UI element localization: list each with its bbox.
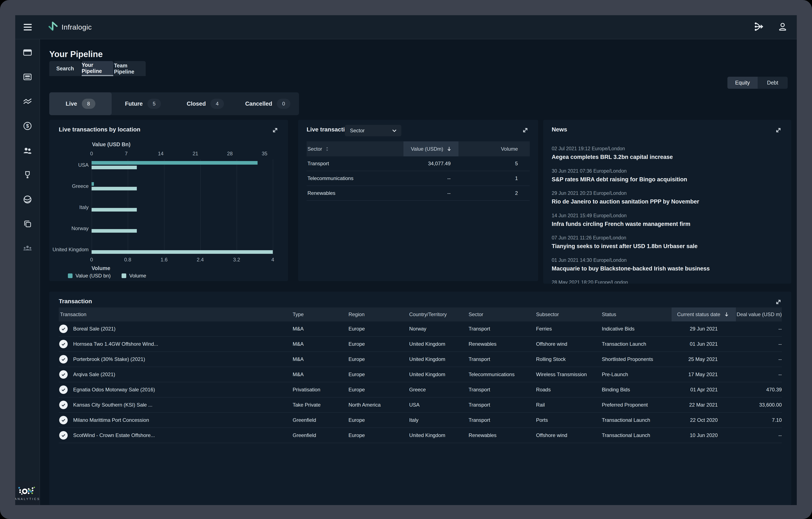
tab-team-pipeline[interactable]: Team Pipeline [114, 61, 146, 76]
volume-bar [92, 229, 137, 233]
cell-transaction[interactable]: Hornsea Two 1.4GW Offshore Wind... [59, 340, 293, 348]
news-panel: News 02 Jul 2021 19:12 Europe/LondonAege… [543, 120, 791, 283]
toggle-equity[interactable]: Equity [727, 77, 758, 89]
cell-volume: 1 [459, 175, 530, 181]
ion-analytics-logo: ANALYTICS [15, 481, 39, 505]
legend-swatch-value [68, 273, 72, 278]
column-header-subsector[interactable]: Subsector [536, 307, 602, 322]
value-bar [92, 182, 94, 186]
sidebar-item-deals-dollar[interactable]: $ [23, 121, 32, 131]
news-headline[interactable]: Macquarie to buy Blackstone-backed Irish… [552, 266, 783, 272]
column-header-status[interactable]: Status [602, 307, 672, 322]
cell-status: Transaction Launch [602, 341, 672, 347]
cell-volume: 5 [459, 161, 530, 166]
cell-deal-value: 470.39 [736, 387, 782, 393]
tab-your-pipeline[interactable]: Your Pipeline [82, 61, 113, 76]
status-tab-cancelled-label: Cancelled [245, 100, 272, 107]
check-icon[interactable] [59, 340, 68, 348]
sidebar-item-documents-copy[interactable] [23, 219, 32, 229]
column-header-current-status-date[interactable]: Current status date [672, 307, 736, 322]
sidebar-item-markets[interactable] [23, 97, 32, 106]
column-header-type[interactable]: Type [293, 307, 348, 322]
location-panel-title: Live transactions by location [59, 126, 140, 133]
chart-gridline [128, 159, 128, 255]
sidebar-item-league-tables-medal[interactable] [23, 170, 32, 180]
column-header-sector[interactable]: Sector [307, 141, 403, 156]
cell-subsector: Rolling Stock [536, 356, 602, 362]
status-tab-future[interactable]: Future 5 [112, 92, 174, 115]
table-row[interactable]: Milano Marittima Port ConcessionGreenfie… [59, 413, 782, 428]
user-profile-icon[interactable] [778, 22, 787, 32]
check-icon[interactable] [59, 370, 68, 379]
status-tabs: Live 8 Future 5 Closed 4 Cancelled 0 [49, 92, 299, 115]
table-row[interactable]: Kansas City Southern (KSI) Sale ...Take … [59, 397, 782, 413]
volume-axis-tick: 3.2 [228, 257, 245, 263]
table-row[interactable]: Porterbrook (30% Stake) (2021)M&AEuropeU… [59, 352, 782, 367]
chevron-down-icon [391, 127, 398, 134]
column-header-value[interactable]: Value (USDm) [403, 141, 459, 156]
sidebar-item-people[interactable] [23, 146, 32, 155]
expand-icon[interactable] [271, 126, 280, 134]
brand-name: Infralogic [61, 23, 92, 31]
hamburger-menu-icon[interactable] [24, 24, 32, 30]
cell-transaction[interactable]: ScotWind - Crown Estate Offshore... [59, 431, 293, 439]
sidebar-item-global-globe[interactable] [23, 195, 32, 204]
cell-deal-value: 33,600.00 [736, 402, 782, 408]
news-headline[interactable]: S&P rates MIRA debt raising for Bingo ac… [552, 176, 783, 183]
check-icon[interactable] [59, 431, 68, 439]
status-tab-live[interactable]: Live 8 [49, 92, 112, 115]
cell-region: Europe [348, 326, 409, 332]
toggle-debt[interactable]: Debt [758, 77, 788, 89]
cell-transaction[interactable]: Milano Marittima Port Concession [59, 416, 293, 424]
column-header-transaction[interactable]: Transaction [59, 307, 293, 322]
table-row[interactable]: Hornsea Two 1.4GW Offshore Wind...M&AEur… [59, 337, 782, 352]
news-headline[interactable]: Tianying seeks to invest after USD 1.8bn… [552, 243, 783, 250]
status-tab-closed[interactable]: Closed 4 [174, 92, 237, 115]
table-row[interactable]: Egnatia Odos Motorway Sale (2016)Privati… [59, 382, 782, 397]
chart-gridline [164, 159, 165, 255]
table-row[interactable]: Transport34,077.495 [307, 156, 530, 171]
table-row[interactable]: Telecommunications--1 [307, 171, 530, 186]
cell-transaction[interactable]: Kansas City Southern (KSI) Sale ... [59, 401, 293, 409]
sidebar-item-card[interactable] [23, 48, 32, 57]
cell-transaction[interactable]: Egnatia Odos Motorway Sale (2016) [59, 386, 293, 394]
value-axis-tick: 21 [187, 151, 204, 157]
expand-icon[interactable] [774, 298, 783, 306]
column-header-deal-value[interactable]: Deal value (USD m) [736, 307, 782, 322]
status-tab-closed-count: 4 [210, 99, 224, 109]
column-header-country[interactable]: Country/Territory [409, 307, 469, 322]
table-row[interactable]: ScotWind - Crown Estate Offshore...Green… [59, 428, 782, 443]
news-headline[interactable]: Aegea completes BRL 3.2bn capital increa… [552, 154, 783, 160]
cell-sector: Transport [307, 161, 403, 166]
table-row[interactable]: Arqiva Sale (2021)M&AEuropeUnited Kingdo… [59, 367, 782, 382]
sidebar-item-news[interactable] [23, 72, 32, 82]
value-axis-tick: 35 [256, 151, 273, 157]
status-tab-cancelled[interactable]: Cancelled 0 [237, 92, 299, 115]
column-header-region[interactable]: Region [348, 307, 409, 322]
group-by-dropdown[interactable]: Sector [345, 125, 401, 136]
check-icon[interactable] [59, 386, 68, 394]
check-icon[interactable] [59, 355, 68, 364]
cell-type: Privatisation [293, 387, 348, 393]
sidebar-item-team-group[interactable] [23, 244, 32, 253]
news-headline[interactable]: Rio de Janeiro to auction sanitation PPP… [552, 199, 783, 205]
integrations-merge-icon[interactable] [754, 21, 765, 33]
column-header-volume[interactable]: Volume [459, 141, 530, 156]
cell-transaction[interactable]: Porterbrook (30% Stake) (2021) [59, 355, 293, 364]
cell-transaction[interactable]: Arqiva Sale (2021) [59, 370, 293, 379]
expand-icon[interactable] [521, 126, 530, 134]
check-icon[interactable] [59, 401, 68, 409]
cell-sector: Telecommunications [307, 175, 403, 181]
cell-status: Pre-Launch [602, 371, 672, 377]
column-header-sector[interactable]: Sector [469, 307, 536, 322]
news-timestamp: 01 Jun 2021 14:30 Europe/London [552, 257, 783, 263]
cell-transaction[interactable]: Boreal Sale (2021) [59, 325, 293, 333]
table-row[interactable]: Renewables--2 [307, 186, 530, 201]
cell-sector: Transport [469, 387, 536, 393]
status-tab-future-count: 5 [147, 99, 161, 109]
tab-search[interactable]: Search [49, 61, 81, 76]
check-icon[interactable] [59, 416, 68, 424]
news-headline[interactable]: Infra funds circling French waste manage… [552, 221, 783, 227]
check-icon[interactable] [59, 325, 68, 333]
table-row[interactable]: Boreal Sale (2021)M&AEuropeNorwayTranspo… [59, 322, 782, 337]
